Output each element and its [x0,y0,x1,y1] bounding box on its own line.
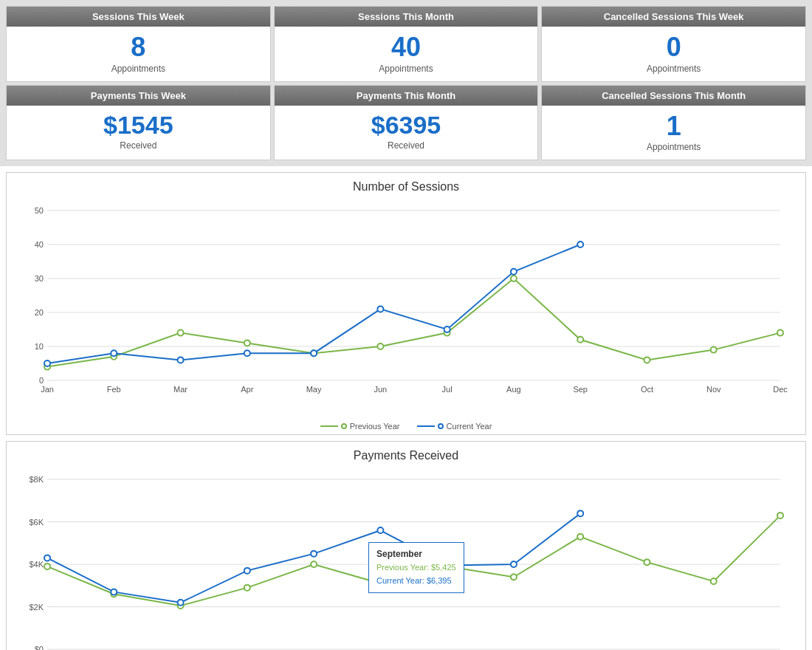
svg-text:May: May [306,385,322,394]
svg-text:Sep: Sep [573,385,588,394]
svg-point-74 [511,574,517,580]
card-header-cancelled-week: Cancelled Sessions This Week [542,7,805,27]
svg-point-76 [644,559,650,565]
svg-point-29 [377,343,383,349]
svg-point-41 [377,307,383,312]
svg-point-81 [178,600,184,606]
svg-text:0: 0 [39,376,44,385]
svg-point-78 [777,513,783,519]
card-sub-payments-month: Received [275,140,538,158]
svg-point-33 [644,358,650,363]
payments-chart-section: Payments Received $0$2K$4K$6K$8KJanFebMa… [6,441,806,650]
card-value-cancelled-month: 1 [542,106,805,143]
svg-point-31 [511,276,517,281]
svg-point-86 [511,561,517,567]
card-sub-sessions-week: Appointments [7,64,270,81]
svg-text:30: 30 [35,274,44,283]
svg-point-82 [244,568,250,574]
svg-text:10: 10 [35,342,44,351]
stat-card-payments-month: Payments This Month $6395 Received [274,85,539,161]
tooltip-prev: Previous Year: $5,425 [376,561,456,575]
svg-point-36 [44,360,50,366]
svg-text:Jun: Jun [374,385,387,394]
sessions-legend-curr: Current Year [447,422,492,431]
sessions-legend-prev: Previous Year [350,422,400,431]
sessions-chart-svg: 01020304050JanFebMarAprMayJunJulAugSepOc… [14,199,795,414]
tooltip-curr: Current Year: $6,395 [376,575,456,588]
svg-text:Jul: Jul [442,385,453,394]
svg-text:$2K: $2K [29,603,44,612]
svg-text:Apr: Apr [241,385,253,394]
svg-point-70 [244,585,250,591]
stats-grid: Sessions This Week 8 Appointments Sessio… [0,0,812,166]
svg-point-27 [244,341,250,346]
svg-text:Aug: Aug [506,385,521,394]
svg-point-26 [178,330,184,336]
card-sub-payments-week: Received [7,140,270,158]
payments-chart-title: Payments Received [14,449,798,462]
payments-tooltip: September Previous Year: $5,425 Current … [368,542,464,592]
svg-text:20: 20 [35,308,44,317]
stat-card-payments-week: Payments This Week $1545 Received [6,85,271,161]
sessions-chart-title: Number of Sessions [14,180,798,194]
card-header-sessions-month: Sessions This Month [275,7,538,27]
svg-text:$0: $0 [35,645,44,650]
svg-point-39 [244,350,250,356]
svg-text:50: 50 [35,206,44,215]
svg-text:$6K: $6K [29,518,44,527]
svg-text:Dec: Dec [773,385,788,394]
card-value-payments-month: $6395 [275,106,538,140]
card-header-payments-week: Payments This Week [7,86,270,106]
svg-point-42 [444,326,450,332]
svg-point-71 [311,561,317,567]
svg-text:Jan: Jan [41,385,54,394]
card-header-sessions-week: Sessions This Week [7,7,270,27]
svg-text:Nov: Nov [706,385,721,394]
svg-point-75 [577,534,583,540]
sessions-chart-section: Number of Sessions 01020304050JanFebMarA… [6,172,806,435]
svg-point-35 [777,330,783,336]
svg-point-32 [577,337,583,343]
stat-card-sessions-week: Sessions This Week 8 Appointments [6,6,271,82]
svg-point-87 [577,510,583,516]
svg-point-40 [311,350,317,356]
svg-point-84 [377,527,383,533]
svg-point-83 [311,551,317,557]
svg-point-67 [44,564,50,569]
svg-point-80 [111,589,117,595]
svg-point-77 [711,578,717,584]
svg-text:$8K: $8K [29,475,44,484]
card-header-payments-month: Payments This Month [275,86,538,106]
svg-point-43 [511,269,517,275]
card-value-cancelled-week: 0 [542,27,805,64]
svg-text:Mar: Mar [173,385,187,394]
svg-point-34 [711,347,717,353]
card-value-sessions-week: 8 [7,27,270,64]
stat-card-cancelled-week: Cancelled Sessions This Week 0 Appointme… [541,6,806,82]
svg-text:Oct: Oct [641,385,653,394]
svg-point-37 [111,350,117,356]
svg-point-38 [178,358,184,363]
stat-card-sessions-month: Sessions This Month 40 Appointments [274,6,539,82]
svg-point-44 [577,242,583,247]
sessions-chart-legend: Previous Year Current Year [14,420,798,431]
stat-card-cancelled-month: Cancelled Sessions This Month 1 Appointm… [541,85,806,161]
card-sub-sessions-month: Appointments [275,64,538,81]
card-sub-cancelled-month: Appointments [542,142,805,160]
card-header-cancelled-month: Cancelled Sessions This Month [542,86,805,106]
svg-text:$4K: $4K [29,560,44,569]
card-value-sessions-month: 40 [275,27,538,64]
card-sub-cancelled-week: Appointments [542,64,805,81]
card-value-payments-week: $1545 [7,106,270,140]
tooltip-month: September [376,547,456,561]
svg-point-79 [44,555,50,561]
svg-text:40: 40 [35,240,44,249]
svg-text:Feb: Feb [107,385,121,394]
